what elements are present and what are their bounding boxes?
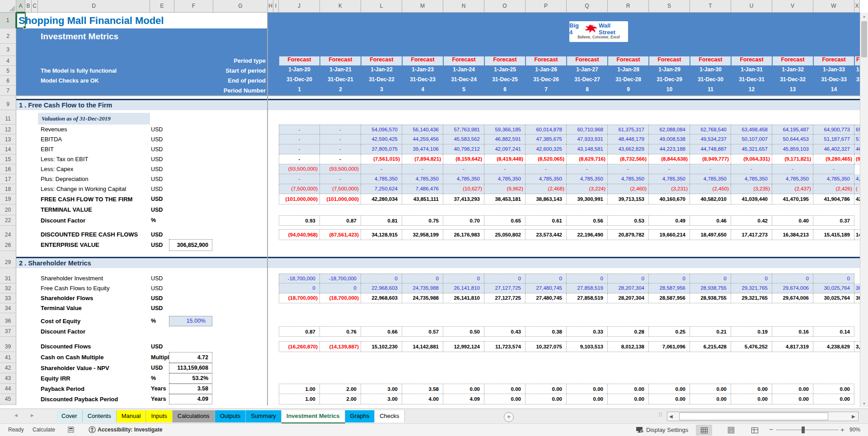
grid-cell[interactable]: (2,437) <box>772 184 813 194</box>
grid-cell[interactable]: 16,384,213 <box>772 229 813 240</box>
scroll-down-icon[interactable]: ▼ <box>860 400 868 408</box>
period-start-cell[interactable]: 1-Jan-20 <box>279 66 319 75</box>
grid-cell[interactable]: 15,102,230 <box>361 341 402 352</box>
sheet-tab-cover[interactable]: Cover <box>56 410 83 422</box>
grid-cell[interactable]: (94,040,968) <box>279 229 320 240</box>
period-start-cell[interactable]: 1-Jan-28 <box>608 66 648 75</box>
metric-value-box[interactable]: 4.09 <box>169 394 212 404</box>
grid-cell[interactable]: 0.00 <box>813 394 854 404</box>
row-label[interactable]: DISCOUNTED FREE CASH FLOWS <box>41 229 150 240</box>
grid-cell[interactable]: 28,207,304 <box>608 283 649 293</box>
grid-cell[interactable]: - <box>649 164 690 174</box>
grid-cell[interactable]: 50,107,007 <box>731 135 772 144</box>
grid-cell[interactable]: 51,187,677 <box>813 135 854 144</box>
row-label[interactable]: Shareholder Flows <box>41 293 150 303</box>
period-start-cell[interactable]: 1-Jan-22 <box>361 66 402 75</box>
grid-cell[interactable]: 0.75 <box>402 215 443 226</box>
grid-cell[interactable]: 0.81 <box>361 215 402 226</box>
period-type-cell[interactable]: Forecast <box>732 56 772 65</box>
row-label[interactable]: Payback Period <box>41 384 150 394</box>
row-header-6[interactable]: 6 <box>0 76 16 86</box>
grid-cell[interactable]: 0.43 <box>484 326 525 337</box>
grid-cell[interactable]: 40,798,212 <box>443 144 484 154</box>
grid-cell[interactable]: 60,014,878 <box>525 125 567 135</box>
column-header-L[interactable]: L <box>361 0 402 13</box>
grid-cell[interactable]: 0 <box>279 283 320 293</box>
macro-record-icon[interactable] <box>68 427 74 433</box>
grid-cell[interactable]: 28,587,956 <box>649 283 690 293</box>
grid-cell[interactable]: 50,644,453 <box>772 135 813 144</box>
grid-cell[interactable]: 17,417,273 <box>731 229 772 240</box>
grid-cell[interactable]: 42,590,425 <box>361 135 402 144</box>
period-end-cell[interactable]: 31-Dec-31 <box>732 76 772 85</box>
row-header-9[interactable]: 9 <box>0 99 16 110</box>
column-header-R[interactable]: R <box>608 0 649 13</box>
period-start-cell[interactable]: 1-Jan-31 <box>732 66 772 75</box>
column-header-B[interactable]: B <box>25 0 32 13</box>
grid-cell[interactable]: 0.00 <box>484 384 525 394</box>
period-type-cell[interactable]: Forecast <box>320 56 361 65</box>
column-header-P[interactable]: P <box>525 0 567 13</box>
row-header-45[interactable]: 45 <box>0 394 16 404</box>
grid-cell[interactable]: 41,039,440 <box>731 194 772 204</box>
row-header-44[interactable]: 44 <box>0 384 16 394</box>
column-header-U[interactable]: U <box>731 0 772 13</box>
grid-cell[interactable]: 0.00 <box>813 384 854 394</box>
grid-cell[interactable]: 0.00 <box>731 384 772 394</box>
column-header-T[interactable]: T <box>690 0 731 13</box>
row-header-16[interactable]: 16 <box>0 164 16 174</box>
grid-cell[interactable]: - <box>320 144 361 154</box>
period-number-cell[interactable]: 3 <box>361 86 402 95</box>
grid-cell[interactable]: 29,674,006 <box>772 283 813 293</box>
grid-cell[interactable]: 0.61 <box>525 215 567 226</box>
grid-cell[interactable]: 42,600,325 <box>525 144 567 154</box>
status-display-settings[interactable]: Display Settings <box>646 427 688 433</box>
grid-cell[interactable]: (2,468) <box>525 184 567 194</box>
period-number-cell[interactable]: 11 <box>690 86 731 95</box>
accessibility-icon[interactable] <box>89 426 96 433</box>
grid-cell[interactable]: 0.00 <box>567 384 608 394</box>
add-sheet-button[interactable]: + <box>504 412 514 422</box>
row-header-13[interactable]: 13 <box>0 135 16 144</box>
period-type-cell[interactable]: Forecast <box>773 56 813 65</box>
grid-cell[interactable]: 9,103,513 <box>567 341 608 352</box>
row-label[interactable]: TERMINAL VALUE <box>41 204 150 215</box>
grid-cell[interactable]: 5,476,252 <box>731 341 772 352</box>
grid-cell[interactable]: (8,520,065) <box>525 154 567 164</box>
grid-cell[interactable]: 0.00 <box>772 394 813 404</box>
grid-cell[interactable]: (9,171,821) <box>772 154 813 164</box>
period-number-cell[interactable]: 2 <box>320 86 361 95</box>
grid-cell[interactable]: 2.00 <box>320 384 361 394</box>
row-header-18[interactable]: 18 <box>0 184 16 194</box>
grid-cell[interactable]: 25,050,802 <box>484 229 525 240</box>
sheet-tab-checks[interactable]: Checks <box>375 410 404 422</box>
grid-cell[interactable]: 0 <box>649 274 690 283</box>
row-label[interactable]: ENTERPRISE VALUE <box>41 239 150 251</box>
period-number-cell[interactable]: 12 <box>732 86 772 95</box>
row-header-24[interactable]: 24 <box>0 229 16 240</box>
grid-cell[interactable]: (7,500,000) <box>279 184 320 194</box>
grid-cell[interactable]: 0.00 <box>484 394 525 404</box>
grid-cell[interactable]: - <box>320 174 361 184</box>
grid-cell[interactable]: 43,851,111 <box>402 194 443 204</box>
grid-cell[interactable]: - <box>361 164 402 174</box>
row-header-12[interactable]: 12 <box>0 125 16 135</box>
grid-cell[interactable]: - <box>279 144 320 154</box>
tab-splitter-grip-icon[interactable]: ⁞⁞ <box>659 412 663 418</box>
grid-cell[interactable]: 7,486,476 <box>402 184 443 194</box>
period-type-cell[interactable]: Forecast <box>526 56 566 65</box>
grid-cell[interactable]: (8,949,777) <box>690 154 731 164</box>
sheet-tab-graphs[interactable]: Graphs <box>345 410 375 422</box>
grid-cell[interactable]: - <box>731 164 772 174</box>
section-header[interactable]: 1 . Free Cash Flow to the Firm <box>16 99 860 110</box>
grid-cell[interactable]: (18,700,000) <box>279 293 320 303</box>
period-number-cell[interactable]: 10 <box>649 86 690 95</box>
select-all-corner[interactable] <box>0 0 16 13</box>
grid-cell[interactable]: (101,000,000) <box>279 194 320 204</box>
period-number-cell[interactable]: 4 <box>403 86 443 95</box>
row-label[interactable]: Discounted Flows <box>41 341 150 352</box>
grid-cell[interactable]: 38,453,181 <box>484 194 525 204</box>
column-header-G[interactable]: G <box>213 0 268 13</box>
grid-cell[interactable]: 0.25 <box>649 326 690 337</box>
row-label[interactable]: Free Cash Flows to Equity <box>41 283 150 293</box>
